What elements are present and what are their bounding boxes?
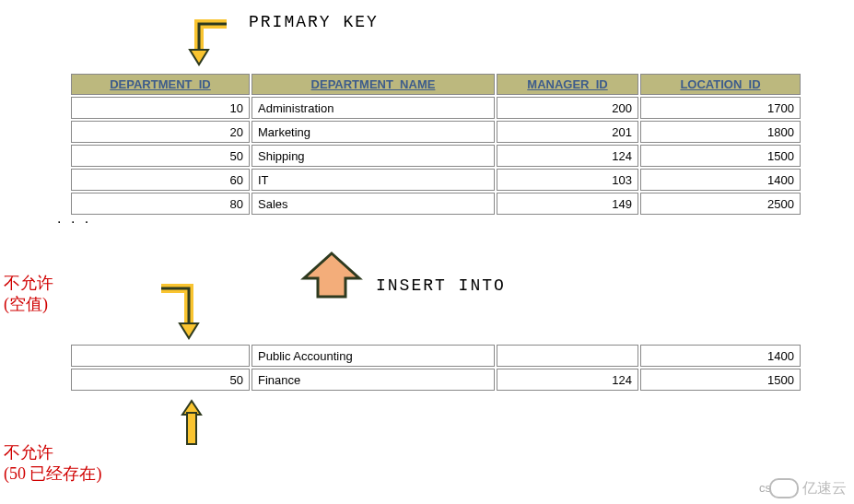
cell-mgr: 103 xyxy=(497,169,638,191)
table-row: 10 Administration 200 1700 xyxy=(71,97,801,119)
cell-dept-name: Marketing xyxy=(252,121,495,143)
table-row: 50 Finance 124 1500 xyxy=(71,369,801,391)
arrow-to-pk-icon xyxy=(181,17,236,72)
arrow-to-null-icon xyxy=(157,281,212,346)
cell-dept-name: Public Accounting xyxy=(252,345,495,367)
cell-loc: 1500 xyxy=(640,369,801,391)
cell-mgr xyxy=(497,345,638,367)
not-allowed-null-label: 不允许 (空值) xyxy=(4,273,53,316)
cell-dept-id: 50 xyxy=(71,369,250,391)
svg-rect-4 xyxy=(187,413,196,444)
cell-loc: 2500 xyxy=(640,193,801,215)
table-row: 20 Marketing 201 1800 xyxy=(71,121,801,143)
table-row: 60 IT 103 1400 xyxy=(71,169,801,191)
cell-mgr: 200 xyxy=(497,97,638,119)
cell-loc: 1500 xyxy=(640,145,801,167)
cell-dept-id: 80 xyxy=(71,193,250,215)
not-allowed-dup-l1: 不允许 xyxy=(4,443,53,462)
table-row: 50 Shipping 124 1500 xyxy=(71,145,801,167)
cell-mgr: 149 xyxy=(497,193,638,215)
col-manager-id: MANAGER_ID xyxy=(497,74,638,95)
cloud-icon xyxy=(769,478,799,498)
arrow-to-dup-icon xyxy=(178,398,205,449)
cell-dept-name: Sales xyxy=(252,193,495,215)
primary-key-label: PRIMARY KEY xyxy=(249,13,379,31)
departments-table: DEPARTMENT_ID DEPARTMENT_NAME MANAGER_ID… xyxy=(69,72,802,217)
table-header-row: DEPARTMENT_ID DEPARTMENT_NAME MANAGER_ID… xyxy=(71,74,801,95)
ellipsis-label: . . . xyxy=(57,210,91,227)
cell-dept-name: Finance xyxy=(252,369,495,391)
svg-marker-2 xyxy=(180,323,198,338)
insert-rows-table: Public Accounting 1400 50 Finance 124 15… xyxy=(69,343,802,393)
not-allowed-dup-l2: (50 已经存在) xyxy=(4,464,102,483)
insert-into-label: INSERT INTO xyxy=(376,276,506,295)
insert-into-arrow-icon xyxy=(299,251,364,306)
cell-loc: 1700 xyxy=(640,97,801,119)
cell-loc: 1400 xyxy=(640,169,801,191)
cell-dept-name: Shipping xyxy=(252,145,495,167)
table-row: Public Accounting 1400 xyxy=(71,345,801,367)
cell-dept-id: 60 xyxy=(71,169,250,191)
watermark: 亿速云 xyxy=(769,478,847,498)
cell-dept-id: 50 xyxy=(71,145,250,167)
cell-dept-id: 10 xyxy=(71,97,250,119)
col-location-id: LOCATION_ID xyxy=(640,74,801,95)
col-department-id: DEPARTMENT_ID xyxy=(71,74,250,95)
cell-dept-name: IT xyxy=(252,169,495,191)
svg-marker-0 xyxy=(190,50,208,64)
cell-dept-id: 20 xyxy=(71,121,250,143)
col-department-name: DEPARTMENT_NAME xyxy=(252,74,495,95)
cell-dept-name: Administration xyxy=(252,97,495,119)
cell-mgr: 124 xyxy=(497,145,638,167)
cell-loc: 1400 xyxy=(640,345,801,367)
cell-loc: 1800 xyxy=(640,121,801,143)
cell-mgr: 124 xyxy=(497,369,638,391)
svg-marker-1 xyxy=(304,253,359,297)
watermark-text: 亿速云 xyxy=(802,479,847,498)
table-row: 80 Sales 149 2500 xyxy=(71,193,801,215)
not-allowed-null-l2: (空值) xyxy=(4,295,48,313)
not-allowed-dup-label: 不允许 (50 已经存在) xyxy=(4,442,102,486)
cell-dept-id xyxy=(71,345,250,367)
not-allowed-null-l1: 不允许 xyxy=(4,274,53,292)
cell-mgr: 201 xyxy=(497,121,638,143)
